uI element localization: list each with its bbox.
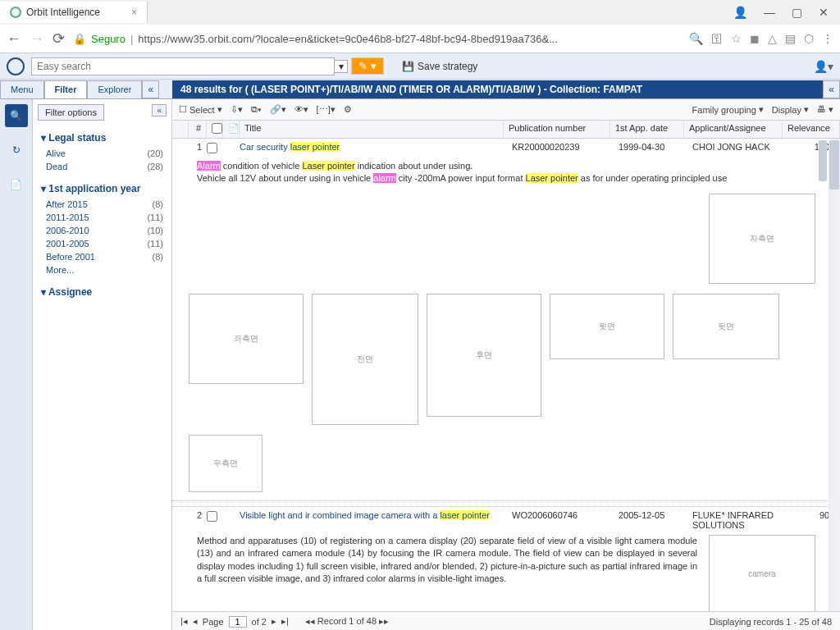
forward-icon: → bbox=[30, 30, 44, 48]
col-pub[interactable]: Publication number bbox=[504, 121, 610, 138]
family-grouping-menu[interactable]: Family grouping ▾ bbox=[692, 104, 764, 115]
tab-explorer[interactable]: Explorer bbox=[87, 80, 142, 98]
filter-item-year[interactable]: 2001-2005(11) bbox=[41, 237, 163, 250]
pub-number: WO2006060746 bbox=[512, 510, 619, 520]
pdf-icon[interactable]: ▤ bbox=[785, 32, 796, 45]
close-window-icon[interactable]: ✕ bbox=[819, 6, 829, 19]
drive-icon[interactable]: △ bbox=[768, 32, 777, 45]
select-all-checkbox[interactable] bbox=[212, 123, 222, 134]
next-page-icon[interactable]: ▸ bbox=[272, 616, 276, 627]
filter-item-year[interactable]: More... bbox=[41, 263, 163, 276]
minimize-icon[interactable]: — bbox=[764, 6, 775, 19]
settings-button[interactable]: ⚙ bbox=[344, 104, 352, 115]
collapse-filter-icon[interactable]: « bbox=[152, 104, 167, 116]
results-toolbar: ☐ Select ▾ ⇩▾ ⧉▾ 🔗▾ 👁▾ [⋯]▾ ⚙ Family gro… bbox=[172, 99, 840, 121]
key-icon[interactable]: ⚿ bbox=[711, 32, 723, 45]
prev-rec-icon[interactable]: ◂◂ bbox=[305, 616, 315, 626]
assignee: CHOI JONG HACK bbox=[692, 142, 791, 152]
scrollbar[interactable] bbox=[829, 139, 840, 611]
figure-thumbnail[interactable]: 좌측면 bbox=[189, 294, 304, 384]
nav-icons: 🔍 ⚿ ☆ ◼ △ ▤ ⬡ ⋮ bbox=[689, 32, 833, 45]
ext-icon[interactable]: ⬡ bbox=[804, 32, 814, 45]
save-strategy-button[interactable]: 💾 Save strategy bbox=[402, 61, 477, 72]
col-relevance[interactable]: Relevance bbox=[783, 121, 840, 138]
eye-button[interactable]: 👁▾ bbox=[294, 104, 308, 115]
bracket-button[interactable]: [⋯]▾ bbox=[317, 104, 336, 115]
tab-menu[interactable]: Menu bbox=[0, 80, 44, 98]
user-menu-icon[interactable]: 👤▾ bbox=[814, 60, 833, 73]
figure-thumbnail[interactable]: 전면 bbox=[312, 294, 418, 425]
url-text: https://www35.orbit.com/?locale=en&ticke… bbox=[138, 33, 558, 45]
scrollbar-thumb[interactable] bbox=[829, 140, 839, 189]
first-page-icon[interactable]: |◂ bbox=[180, 616, 188, 627]
export-rail-icon[interactable]: 📄 bbox=[5, 173, 28, 196]
figure-thumbnail[interactable]: 윗면 bbox=[550, 294, 664, 359]
collapse-right-icon[interactable]: « bbox=[823, 80, 840, 98]
col-num[interactable]: # bbox=[189, 121, 207, 138]
app-date: 2005-12-05 bbox=[619, 510, 692, 520]
maximize-icon[interactable]: ▢ bbox=[792, 6, 802, 19]
scroll-bumper[interactable] bbox=[819, 140, 827, 181]
tab-filter[interactable]: Filter bbox=[44, 80, 88, 98]
filter-options-button[interactable]: Filter options bbox=[38, 104, 104, 121]
export-button[interactable]: ⇩▾ bbox=[231, 104, 243, 115]
logo-icon[interactable] bbox=[7, 57, 25, 75]
figure-thumbnail[interactable]: 우측면 bbox=[189, 435, 262, 492]
result-row: 2 Visible light and ir combined image ca… bbox=[172, 507, 840, 611]
search-rail-icon[interactable]: 🔍 bbox=[5, 104, 28, 127]
group-button[interactable]: ⧉▾ bbox=[251, 104, 262, 115]
display-menu[interactable]: Display ▾ bbox=[772, 104, 809, 115]
row-checkbox[interactable] bbox=[207, 143, 217, 153]
chevron-down-icon[interactable]: ▾ bbox=[335, 60, 348, 73]
edit-search-button[interactable]: ✎ ▾ bbox=[351, 57, 384, 75]
browser-tab[interactable]: Orbit Intelligence × bbox=[0, 2, 148, 23]
result-title[interactable]: Car security laser pointer bbox=[240, 142, 512, 152]
filter-item-year[interactable]: Before 2001(8) bbox=[41, 250, 163, 263]
menu-icon[interactable]: ⋮ bbox=[822, 32, 833, 45]
row-checkbox[interactable] bbox=[207, 511, 217, 522]
link-button[interactable]: 🔗▾ bbox=[270, 104, 286, 115]
figure-thumbnail[interactable]: camera bbox=[709, 535, 815, 611]
filter-app-year-header[interactable]: ▾ 1st application year bbox=[41, 180, 163, 198]
collapse-left-icon[interactable]: « bbox=[142, 80, 159, 98]
blocker-icon[interactable]: ◼ bbox=[750, 32, 760, 45]
filter-panel: « Filter options ▾ Legal status Alive(20… bbox=[33, 99, 172, 630]
prev-page-icon[interactable]: ◂ bbox=[193, 616, 198, 627]
page-input[interactable] bbox=[229, 616, 247, 628]
tabs-row: Menu Filter Explorer « 48 results for ( … bbox=[0, 80, 840, 99]
save-icon: 💾 bbox=[402, 61, 414, 72]
filter-item-legal[interactable]: Dead(28) bbox=[41, 160, 163, 173]
last-page-icon[interactable]: ▸| bbox=[281, 616, 289, 627]
star-icon[interactable]: ☆ bbox=[731, 32, 742, 45]
filter-item-legal[interactable]: Alive(20) bbox=[41, 147, 163, 160]
pagination: |◂ ◂ Page of 2 ▸ ▸| ◂◂ Record 1 of 48 ▸▸… bbox=[172, 611, 840, 630]
filter-assignee-header[interactable]: ▾ Assignee bbox=[41, 283, 163, 301]
record-label: Record 1 of 48 bbox=[317, 616, 377, 626]
select-menu[interactable]: ☐ Select ▾ bbox=[179, 104, 222, 115]
filter-item-year[interactable]: After 2015(8) bbox=[41, 198, 163, 211]
col-title[interactable]: Title bbox=[240, 121, 504, 138]
pub-number: KR20000020239 bbox=[512, 142, 619, 152]
back-icon[interactable]: ← bbox=[7, 30, 21, 48]
figure-thumbnail[interactable]: 뒷면 bbox=[673, 294, 779, 359]
history-rail-icon[interactable]: ↻ bbox=[5, 139, 28, 162]
print-button[interactable]: 🖶 ▾ bbox=[817, 104, 833, 115]
search-input[interactable] bbox=[31, 57, 335, 75]
user-icon[interactable]: 👤 bbox=[733, 6, 747, 19]
url-bar[interactable]: 🔒 Seguro | https://www35.orbit.com/?loca… bbox=[73, 33, 681, 45]
reload-icon[interactable]: ⟳ bbox=[52, 30, 65, 48]
result-title[interactable]: Visible light and ir combined image came… bbox=[240, 510, 512, 520]
close-icon[interactable]: × bbox=[131, 7, 137, 18]
figure-thumbnail[interactable]: 후면 bbox=[427, 294, 541, 417]
table-header: # 📄 Title Publication number 1st App. da… bbox=[172, 121, 840, 139]
next-rec-icon[interactable]: ▸▸ bbox=[379, 616, 389, 626]
filter-legal-status-header[interactable]: ▾ Legal status bbox=[41, 129, 163, 147]
figure-thumbnail[interactable]: 자측면 bbox=[709, 194, 815, 284]
secure-label: Seguro bbox=[91, 33, 126, 45]
filter-item-year[interactable]: 2011-2015(11) bbox=[41, 211, 163, 224]
app-date: 1999-04-30 bbox=[619, 142, 692, 152]
col-assignee[interactable]: Applicant/Assignee bbox=[684, 121, 783, 138]
search-icon[interactable]: 🔍 bbox=[689, 32, 703, 45]
filter-item-year[interactable]: 2006-2010(10) bbox=[41, 224, 163, 237]
col-date[interactable]: 1st App. date bbox=[610, 121, 684, 138]
